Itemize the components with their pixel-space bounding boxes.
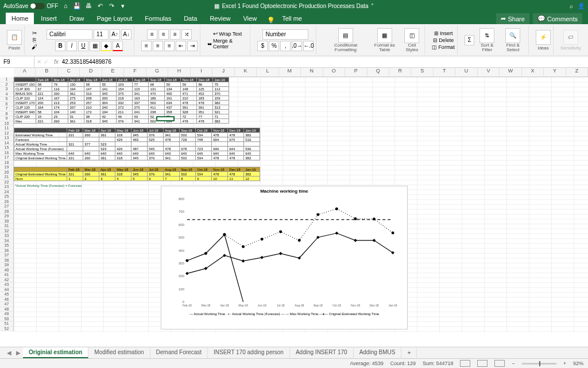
align-right-icon[interactable]: ≡ (164, 41, 175, 51)
shrink-font-icon[interactable]: A↓ (121, 29, 131, 40)
percent-icon[interactable]: % (269, 41, 279, 51)
svg-point-32 (373, 217, 376, 220)
home-icon[interactable]: ⌂ (61, 2, 69, 10)
zoom-in-icon[interactable]: + (563, 361, 566, 366)
tab-view[interactable]: View (237, 13, 262, 24)
toggle-off-icon (30, 3, 45, 9)
redo-icon[interactable]: ↷ (107, 2, 115, 10)
save-icon[interactable]: 💾 (73, 2, 81, 10)
cancel-icon[interactable]: ✕ (37, 59, 41, 65)
sheet-tab[interactable]: Modified estimation (88, 347, 150, 358)
chart[interactable]: Machine working time 0100200300400500600… (161, 186, 408, 329)
align-top-icon[interactable]: ≡ (147, 29, 157, 40)
pagebreak-view-icon[interactable] (494, 360, 505, 367)
svg-point-26 (261, 238, 264, 241)
paste-icon[interactable]: 📋 (7, 30, 22, 45)
decrease-decimal-icon[interactable]: ←.0 (303, 41, 314, 51)
add-sheet-button[interactable]: + (401, 348, 417, 358)
delete-icon[interactable]: ⊟ (433, 37, 438, 43)
insert-icon[interactable]: ⊞ (434, 30, 439, 36)
row-headers[interactable]: 1234567891011121314151617181920212223242… (0, 77, 14, 331)
grow-font-icon[interactable]: A↑ (110, 29, 120, 40)
sheet-tab[interactable]: Adding BMUS (354, 347, 402, 358)
font-color-icon[interactable]: A (113, 41, 123, 51)
undo-icon[interactable]: ↶ (96, 2, 104, 10)
layout-view-icon[interactable] (477, 360, 488, 367)
sheet-tab[interactable]: Originial estimation (23, 347, 88, 358)
tab-next-icon[interactable]: ▶ (14, 350, 23, 356)
normal-view-icon[interactable] (460, 360, 470, 367)
chevron-down-icon[interactable]: ˅ (371, 3, 374, 9)
data-table-1[interactable]: Feb-18Mar-18Apr-18May-18Jun-18Jul-18Aug-… (14, 77, 229, 124)
font-size[interactable]: 11 (94, 29, 109, 40)
search-icon[interactable]: ⌕ (570, 3, 573, 9)
sheet-tab[interactable]: Adding INSERT 170 (290, 347, 354, 358)
autosave-toggle[interactable]: AutoSave OFF (3, 3, 58, 9)
bold-icon[interactable]: B (55, 41, 65, 51)
worksheet[interactable]: ABCDEFGHIJKLMNOPQRSTUVWXYZ 1234567891011… (0, 68, 588, 332)
tell-me[interactable]: Tell me (276, 13, 308, 24)
print-icon[interactable]: 🖶 (84, 2, 92, 10)
tab-draw[interactable]: Draw (64, 13, 90, 24)
sheet-tab[interactable]: INSERT 170 adding person (208, 347, 290, 358)
excel-icon: ▦ (214, 3, 219, 9)
active-cell[interactable] (156, 116, 175, 121)
merge-label[interactable]: Merge & Center (213, 38, 247, 49)
italic-icon[interactable]: I (67, 41, 77, 51)
wrap-label[interactable]: Wrap Text (219, 31, 242, 37)
enter-icon[interactable]: ✓ (44, 59, 48, 65)
data-table-yellow[interactable]: Feb-18Mar-18Apr-18May-18Jun-18Jul-18Aug-… (14, 167, 260, 181)
column-headers[interactable]: ABCDEFGHIJKLMNOPQRSTUVWXYZ (14, 68, 588, 77)
format-table-icon[interactable]: ▦ (377, 28, 392, 43)
conditional-formatting-icon[interactable]: ▤ (338, 28, 353, 43)
orientation-icon[interactable]: ⤭ (181, 29, 192, 40)
comments-button[interactable]: 💬Comments (533, 13, 582, 24)
tab-formulas[interactable]: Formulas (139, 13, 177, 24)
number-format[interactable]: Number (262, 29, 308, 40)
ribbon-tabs: HomeInsertDrawPage LayoutFormulasDataRev… (0, 12, 588, 24)
tab-home[interactable]: Home (6, 13, 34, 24)
increase-indent-icon[interactable]: ⇥ (187, 41, 198, 51)
align-left-icon[interactable]: ≡ (141, 41, 152, 51)
svg-text:Nov-18: Nov-18 (351, 304, 360, 307)
zoom-slider[interactable] (522, 363, 556, 365)
decrease-indent-icon[interactable]: ⇤ (176, 41, 186, 51)
ideas-icon[interactable]: ⚡ (536, 30, 551, 45)
comma-icon[interactable]: , (280, 41, 291, 51)
tab-insert[interactable]: Insert (35, 13, 63, 24)
formula-input[interactable]: 42.3351854489876 (62, 59, 111, 65)
tab-prev-icon[interactable]: ◀ (5, 350, 14, 356)
chevron-down-icon[interactable]: ▾ (119, 2, 127, 10)
fx-icon[interactable]: fx (51, 59, 62, 65)
align-bottom-icon[interactable]: ≡ (170, 29, 180, 40)
user-icon[interactable]: 👤 (578, 3, 585, 9)
share-button[interactable]: ➦Share (496, 13, 529, 24)
increase-decimal-icon[interactable]: .0→ (292, 41, 302, 51)
tab-data[interactable]: Data (178, 13, 203, 24)
cell-styles-icon[interactable]: ◫ (404, 28, 419, 43)
tab-page-layout[interactable]: Page Layout (91, 13, 138, 24)
copy-icon[interactable]: ⎘ (33, 37, 36, 43)
zoom-out-icon[interactable]: − (512, 361, 514, 366)
underline-icon[interactable]: U (78, 41, 88, 51)
fill-color-icon[interactable]: ◆ (101, 41, 111, 51)
find-icon[interactable]: 🔍 (505, 28, 520, 43)
cut-icon[interactable]: ✂ (32, 30, 37, 36)
autosum-icon[interactable]: Σ (465, 35, 474, 45)
tab-review[interactable]: Review (204, 13, 236, 24)
name-box[interactable]: F9 (0, 56, 34, 67)
format-painter-icon[interactable]: 🖌 (32, 44, 37, 50)
svg-text:0: 0 (183, 300, 185, 304)
merge-icon[interactable]: ⬌ (207, 41, 212, 47)
data-table-2[interactable]: Feb-18Mar-18Apr-18May-18Jun-18Jul-18Aug-… (14, 128, 260, 160)
zoom-level[interactable]: 92% (573, 361, 583, 366)
align-middle-icon[interactable]: ≡ (158, 29, 169, 40)
wrap-icon[interactable]: ↩ (213, 30, 218, 37)
font-select[interactable]: Calibri (47, 29, 92, 40)
currency-icon[interactable]: $ (257, 41, 268, 51)
align-center-icon[interactable]: ≡ (153, 41, 163, 51)
format-cell-icon[interactable]: ◫ (432, 44, 437, 50)
sort-icon[interactable]: ⇅ (479, 28, 494, 43)
sheet-tab[interactable]: Demand Forecast (150, 347, 208, 358)
border-icon[interactable]: ▦ (90, 41, 100, 51)
